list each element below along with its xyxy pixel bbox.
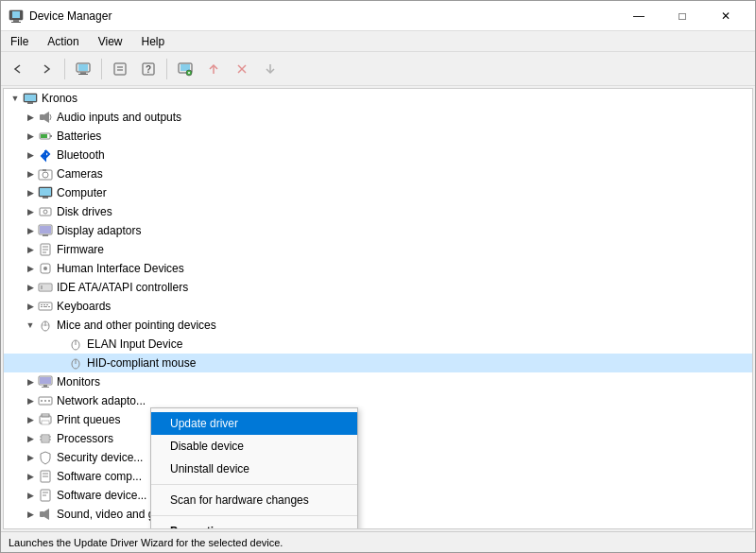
computer-icon-button[interactable]	[70, 56, 96, 82]
toolbar-separator-3	[166, 59, 167, 79]
svg-rect-27	[50, 135, 52, 137]
uninstall-button[interactable]	[229, 56, 255, 82]
ctx-uninstall-device[interactable]: Uninstall device	[151, 458, 357, 480]
menu-file[interactable]: File	[1, 33, 38, 50]
tree-item-hid-mouse[interactable]: ▶ HID-compliant mouse	[4, 354, 752, 372]
tree-item-batteries[interactable]: ▶ Batteries	[4, 127, 752, 146]
svg-rect-30	[43, 169, 46, 171]
maximize-button[interactable]: □	[661, 1, 704, 31]
softwarecomp-expand-icon: ▶	[23, 469, 38, 484]
tree-item-computer[interactable]: ▶ Computer	[4, 183, 752, 202]
computer-icon	[38, 185, 53, 200]
storage-label: Storage controllers	[57, 527, 152, 529]
svg-point-35	[43, 210, 47, 214]
display-expand-icon: ▶	[23, 223, 38, 238]
svg-point-44	[43, 267, 47, 270]
mice-icon	[38, 318, 53, 333]
tree-item-audio[interactable]: ▶ Audio inputs and outputs	[4, 108, 752, 127]
svg-rect-1	[12, 11, 20, 18]
menu-view[interactable]: View	[89, 33, 132, 50]
tree-item-print[interactable]: ▶ Print queues	[4, 410, 752, 429]
minimize-button[interactable]: —	[617, 1, 661, 31]
toolbar-separator-2	[101, 59, 102, 79]
svg-rect-8	[114, 63, 126, 75]
monitors-expand-icon: ▶	[23, 374, 38, 389]
menu-action[interactable]: Action	[38, 33, 88, 50]
svg-rect-32	[40, 188, 51, 196]
tree-item-display[interactable]: ▶ Display adaptors	[4, 221, 752, 240]
ctx-separator-2	[151, 515, 357, 516]
device-manager-window: Device Manager — □ ✕ File Action View He…	[0, 0, 756, 553]
tree-item-keyboards[interactable]: ▶ Keyboards	[4, 297, 752, 316]
svg-rect-85	[40, 511, 44, 517]
bluetooth-expand-icon: ▶	[23, 147, 38, 163]
softwarecomp-label: Software comp...	[57, 470, 142, 483]
close-button[interactable]: ✕	[704, 1, 747, 31]
svg-point-69	[48, 400, 50, 402]
computer-expand-icon: ▶	[23, 185, 38, 200]
svg-rect-50	[43, 304, 45, 305]
monitors-label: Monitors	[57, 375, 100, 389]
ctx-disable-device[interactable]: Disable device	[151, 435, 357, 458]
menu-help[interactable]: Help	[132, 33, 175, 50]
svg-rect-5	[78, 64, 88, 71]
forward-button[interactable]	[33, 56, 60, 82]
bluetooth-label: Bluetooth	[57, 148, 105, 162]
scan-button[interactable]	[172, 56, 198, 82]
tree-item-bluetooth[interactable]: ▶ Bluetooth	[4, 146, 752, 164]
back-button[interactable]	[5, 56, 31, 82]
status-text: Launches the Update Driver Wizard for th…	[9, 537, 283, 548]
security-label: Security device...	[57, 451, 143, 464]
tree-item-monitors[interactable]: ▶ Monitors	[4, 372, 752, 391]
batteries-icon	[38, 129, 53, 144]
tree-item-security[interactable]: ▶ Security device...	[4, 448, 752, 467]
device-tree[interactable]: ▼ Kronos ▶ Audio inputs and outputs ▶	[3, 88, 753, 529]
tree-item-cameras[interactable]: ▶ Cameras	[4, 164, 752, 183]
diskdrives-icon	[38, 204, 53, 219]
tree-item-softwaredev[interactable]: ▶ Software device...	[4, 486, 752, 505]
rollback-button[interactable]	[257, 56, 284, 82]
properties-icon	[112, 61, 128, 77]
svg-rect-52	[41, 306, 43, 307]
svg-rect-53	[43, 306, 47, 307]
tree-item-softwarecomp[interactable]: ▶ Software comp...	[4, 467, 752, 486]
ctx-properties[interactable]: Properties	[151, 520, 357, 529]
update-driver-button[interactable]	[200, 56, 227, 82]
main-area: ▼ Kronos ▶ Audio inputs and outputs ▶	[1, 86, 755, 531]
tree-item-firmware[interactable]: ▶ Firmware	[4, 240, 752, 259]
tree-item-ide[interactable]: ▶ IDE ATA/ATAPI controllers	[4, 278, 752, 297]
tree-item-storage[interactable]: ▶ Storage controllers	[4, 524, 752, 529]
svg-rect-37	[40, 226, 51, 233]
tree-item-network[interactable]: ▶ Network adapto...	[4, 391, 752, 410]
tree-item-processors[interactable]: ▶ Processors	[4, 429, 752, 448]
tree-item-diskdrives[interactable]: ▶ Disk drives	[4, 202, 752, 221]
monitors-icon	[38, 374, 53, 389]
svg-rect-22	[27, 102, 33, 104]
sound-icon	[38, 507, 53, 522]
tree-item-sound[interactable]: ▶ Sound, video and game controllers	[4, 505, 752, 524]
svg-rect-47	[41, 285, 43, 289]
security-icon	[38, 450, 53, 465]
tree-item-elan[interactable]: ▶ ELAN Input Device	[4, 335, 752, 354]
svg-rect-34	[40, 208, 51, 216]
svg-rect-33	[43, 197, 48, 199]
root-label: Kronos	[42, 92, 77, 105]
tree-root[interactable]: ▼ Kronos	[4, 89, 752, 108]
network-icon	[38, 393, 53, 408]
context-menu: Update driver Disable device Uninstall d…	[150, 407, 358, 529]
ctx-scan-changes[interactable]: Scan for hardware changes	[151, 489, 357, 511]
window-title: Device Manager	[29, 9, 112, 23]
print-icon	[38, 412, 53, 427]
ctx-update-driver[interactable]: Update driver	[151, 412, 357, 435]
tree-item-hid[interactable]: ▶ Human Interface Devices	[4, 259, 752, 278]
hid-icon	[38, 261, 53, 276]
cameras-expand-icon: ▶	[23, 166, 38, 181]
help-button[interactable]: ?	[135, 56, 162, 82]
tree-item-mice[interactable]: ▼ Mice and other pointing devices	[4, 316, 752, 335]
hid-label: Human Interface Devices	[57, 262, 184, 275]
svg-rect-2	[13, 20, 19, 22]
properties-button[interactable]	[107, 56, 133, 82]
svg-marker-24	[44, 112, 49, 123]
network-label: Network adapto...	[57, 394, 146, 407]
processors-icon	[38, 431, 53, 446]
